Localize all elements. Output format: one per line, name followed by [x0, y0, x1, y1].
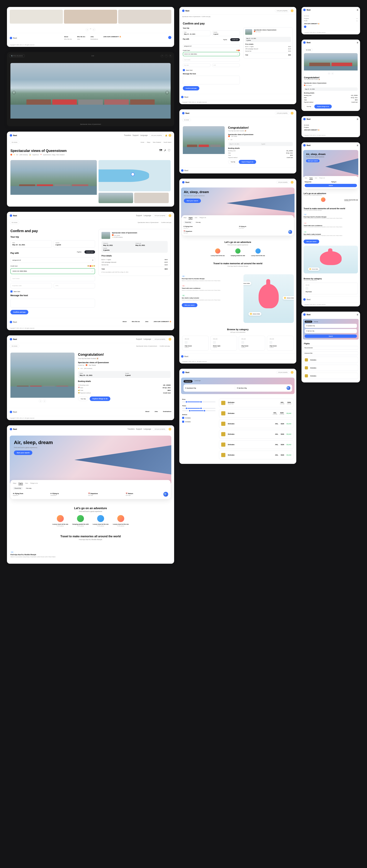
avatar[interactable] [169, 214, 171, 217]
from[interactable]: Flying from [305, 181, 330, 182]
oneway-opt[interactable]: One-way [24, 487, 33, 490]
avatar[interactable] [291, 9, 293, 12]
cat-3[interactable]: 256,326City houseExplore [239, 336, 265, 350]
cat-2[interactable]: 256,326Home styleExplore [210, 336, 237, 350]
next-photo[interactable]: › [165, 91, 169, 94]
show-photos-btn[interactable]: 📷 Show all photos [9, 54, 25, 58]
logo[interactable]: fleet [303, 41, 311, 44]
logo[interactable]: fleet [182, 181, 190, 184]
map-toggle[interactable]: 🗺 [159, 149, 162, 152]
logo[interactable]: fleet [303, 118, 311, 120]
adv[interactable]: Luxury resort at the sea9,326 places [304, 197, 358, 203]
menu[interactable]: ☰ [357, 314, 358, 316]
saved-select[interactable]: samguoob.ref [183, 44, 240, 48]
avatar[interactable] [169, 134, 171, 137]
search[interactable]: Search [305, 335, 357, 338]
prev-btn[interactable]: ‹ [86, 28, 89, 31]
guest-field[interactable]: Guests2 guest [212, 30, 240, 36]
logo[interactable]: fleet [10, 428, 17, 430]
share-icon[interactable]: ↗ [161, 54, 164, 58]
exp-input[interactable]: Exp date [183, 63, 210, 67]
go-home[interactable]: Go home [10, 221, 19, 224]
ret-field[interactable]: 📅 ReturnAdd date [125, 493, 161, 496]
cc-tab[interactable]: Credit Card [230, 38, 240, 41]
round[interactable]: Round trip [184, 380, 193, 383]
airline-check[interactable]: Emirates [182, 417, 216, 419]
round[interactable]: Round trip [305, 321, 312, 323]
next[interactable]: › [331, 72, 334, 75]
price-slider[interactable] [182, 402, 216, 402]
go-home[interactable]: Go home [10, 344, 19, 348]
list-btn[interactable]: List your property [275, 9, 289, 12]
tab-cars[interactable]: Cars [25, 483, 28, 485]
to-input[interactable]: ✈ Sai Gon City [237, 387, 285, 389]
explore-btn[interactable]: Explore things to do [314, 104, 332, 108]
opt[interactable]: Round trip [184, 221, 193, 224]
footer-link[interactable]: Who We Are [64, 38, 72, 40]
logo[interactable]: fleet [303, 9, 311, 11]
start-btn[interactable]: Start your search [182, 303, 197, 307]
fav-btn[interactable]: ♡ [168, 149, 171, 152]
social-btn[interactable] [168, 36, 171, 39]
back[interactable]: Flights [304, 343, 310, 345]
to[interactable]: Flying to [331, 181, 357, 182]
next[interactable]: › [43, 399, 46, 403]
confirm-pay-btn[interactable]: Confirm and pay [10, 310, 28, 314]
go-home[interactable]: Go home [304, 49, 313, 51]
prev-photo[interactable]: ‹ [12, 91, 16, 94]
nav-link[interactable]: Language [144, 428, 151, 430]
flight[interactable]: Emirates [303, 357, 358, 363]
nav-lang[interactable]: Language [144, 215, 151, 216]
adv-1[interactable]: Luxury resort at the sea [209, 248, 226, 256]
explore-btn[interactable]: Explore things to do [239, 160, 256, 164]
menu-icon[interactable]: ☰ [357, 118, 358, 120]
adv-item-2[interactable]: Camping amidst the wild9,326 places [72, 515, 89, 527]
save-card-checkbox[interactable]: Save Card [10, 290, 95, 292]
tab[interactable]: Flights [189, 217, 193, 219]
thumb-1[interactable] [98, 193, 133, 203]
go-home[interactable]: Go home [304, 15, 358, 17]
holder-input[interactable]: Card holder [183, 58, 240, 62]
expiry-input[interactable]: Expiration date [10, 283, 52, 288]
adv-3[interactable]: Luxury resort at the sea [249, 248, 267, 256]
go-home-btn[interactable]: Go home [10, 141, 19, 144]
avatar[interactable] [291, 181, 293, 184]
round-trip-opt[interactable]: Round trip [13, 487, 23, 490]
map-pin[interactable] [131, 173, 135, 176]
flight-result[interactable]: EmiratesAKLSGN$3,642 [219, 451, 293, 459]
from[interactable]: ✈ Auckland City [305, 324, 357, 328]
from-field[interactable]: ✈ Flying fromDeparture [13, 493, 48, 496]
flight[interactable]: Emirates [303, 365, 358, 371]
t[interactable]: Stays [305, 178, 307, 180]
go-home[interactable]: Go home [304, 124, 358, 126]
avatar[interactable] [169, 338, 171, 341]
list-property-btn[interactable]: List your property [149, 134, 164, 137]
start[interactable]: Start your search [306, 159, 319, 162]
time-slider2[interactable] [182, 410, 216, 411]
flight-result[interactable]: EmiratesAKLSGN$3,642 [219, 430, 293, 438]
footer-link[interactable]: Destinations [90, 38, 98, 40]
tab-flights[interactable]: Flights [19, 483, 23, 485]
logo[interactable]: fleet [182, 112, 190, 115]
list-btn[interactable]: List your property [152, 427, 167, 431]
t[interactable]: Flights [309, 178, 313, 180]
cat-4[interactable]: 256,326City houseExplore [267, 336, 293, 350]
rec[interactable]: Recommended [303, 346, 358, 350]
map[interactable] [98, 160, 171, 191]
menu-icon[interactable]: ☰ [357, 9, 358, 11]
cvc-input[interactable]: CVC [212, 63, 240, 67]
adv-item-1[interactable]: Luxury resort at the sea9,326 places [52, 515, 69, 527]
card-input[interactable]: XXXX XX 3300 8561✓ [183, 52, 240, 56]
flight-result[interactable]: EmiratesAKLSGN$3,642 [219, 440, 293, 449]
logo[interactable]: fleet [182, 9, 190, 12]
list-btn[interactable]: List your property [276, 371, 289, 374]
list-btn[interactable]: List your property [152, 214, 167, 217]
search[interactable]: 🔍 [286, 386, 290, 390]
social[interactable] [304, 26, 306, 28]
from[interactable]: ✈ Flying fromDeparture [184, 226, 237, 229]
airline-check[interactable]: Emirates [182, 421, 216, 423]
tab-stays[interactable]: Stays [13, 483, 16, 485]
flight-result[interactable]: EmiratesAKLSGN$3,642 [219, 420, 293, 428]
search-btn[interactable]: 🔍 [288, 230, 292, 234]
adv-2[interactable]: Camping amidst the wild [229, 248, 247, 256]
